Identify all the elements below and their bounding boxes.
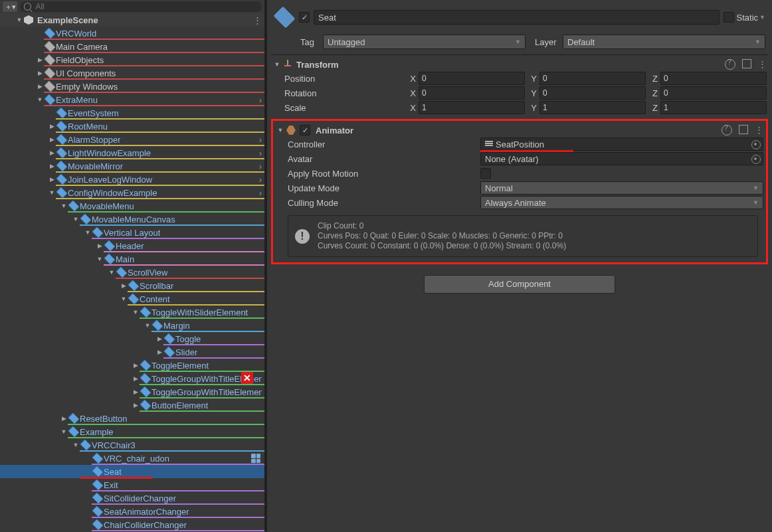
foldout-icon[interactable] (132, 362, 140, 369)
hierarchy-row[interactable]: VRCChair3 (0, 438, 264, 452)
gameobject-icon[interactable] (274, 7, 295, 28)
rotation-z-input[interactable] (660, 86, 767, 100)
hierarchy-row[interactable]: ToggleElement (0, 359, 264, 372)
foldout-icon[interactable] (96, 256, 104, 262)
hierarchy-row[interactable]: Scrollbar (0, 279, 264, 292)
component-context-icon[interactable]: ⋮ (755, 125, 763, 135)
animator-header[interactable]: Animator ⋮ (276, 124, 763, 137)
avatar-field[interactable]: None (Avatar) (480, 152, 763, 165)
rotation-y-input[interactable] (539, 86, 646, 100)
foldout-icon[interactable] (60, 415, 68, 422)
static-dropdown-arrow[interactable]: ▼ (759, 14, 765, 21)
rotation-x-input[interactable] (419, 86, 525, 100)
foldout-icon[interactable] (108, 269, 116, 276)
foldout-icon[interactable] (72, 442, 80, 448)
apply-root-motion-checkbox[interactable] (480, 168, 491, 179)
animator-enabled-checkbox[interactable] (300, 125, 310, 135)
hierarchy-row[interactable]: Toggle (0, 332, 264, 345)
hierarchy-row[interactable]: Margin (0, 319, 264, 332)
foldout-icon[interactable] (48, 136, 56, 143)
search-input[interactable] (34, 1, 262, 12)
static-checkbox[interactable] (724, 12, 734, 23)
scene-foldout[interactable] (16, 17, 23, 23)
hierarchy-row[interactable]: UI Components (0, 66, 264, 80)
foldout-icon[interactable] (155, 335, 163, 342)
foldout-icon[interactable] (36, 96, 44, 103)
foldout-icon[interactable] (36, 70, 44, 76)
hierarchy-row[interactable]: LightWindowExample› (0, 146, 264, 159)
hierarchy-row[interactable]: Slider (0, 345, 264, 359)
animator-foldout[interactable] (276, 127, 285, 133)
hierarchy-row[interactable]: VRC_chair_udon (0, 452, 264, 465)
hierarchy-row[interactable]: ExtraMenu› (0, 93, 264, 106)
object-picker-icon[interactable] (751, 140, 761, 149)
hierarchy-row[interactable]: MovableMenuCanvas (0, 213, 264, 226)
scale-y-input[interactable] (539, 101, 646, 114)
foldout-icon[interactable] (132, 375, 140, 382)
foldout-icon[interactable] (48, 163, 56, 169)
transform-foldout[interactable] (272, 61, 282, 68)
controller-field[interactable]: SeatPosition (480, 137, 763, 151)
foldout-icon[interactable] (48, 149, 56, 156)
tag-dropdown[interactable]: Untagged▼ (323, 35, 526, 49)
culling-mode-dropdown[interactable]: Always Animate▼ (480, 196, 763, 209)
scene-context-button[interactable]: ⋮ (252, 15, 262, 25)
hierarchy-row[interactable]: Example (0, 425, 264, 438)
hierarchy-row[interactable]: ConfigWindowExample› (0, 186, 264, 199)
active-checkbox[interactable] (299, 12, 310, 23)
foldout-icon[interactable] (132, 389, 140, 395)
open-prefab-chevron-icon[interactable]: › (252, 95, 262, 105)
position-x-input[interactable] (419, 72, 525, 85)
hierarchy-row[interactable]: VRCWorld (0, 27, 264, 40)
open-prefab-chevron-icon[interactable]: › (252, 135, 262, 145)
open-prefab-chevron-icon[interactable]: › (252, 161, 262, 171)
hierarchy-row[interactable]: Content (0, 292, 264, 306)
foldout-icon[interactable] (72, 216, 80, 222)
foldout-icon[interactable] (120, 282, 128, 289)
layer-dropdown[interactable]: Default▼ (563, 35, 765, 49)
hierarchy-row[interactable]: Vertical Layout (0, 226, 264, 239)
scale-x-input[interactable] (419, 101, 525, 114)
hierarchy-row[interactable]: ToggleWithSliderElement (0, 306, 264, 319)
hierarchy-row[interactable]: RootMenu (0, 120, 264, 133)
scene-header[interactable]: ExampleScene ⋮ (0, 13, 264, 27)
hierarchy-row[interactable]: AlarmStopper› (0, 133, 264, 146)
hierarchy-row[interactable]: ChairColliderChanger (0, 518, 264, 531)
hierarchy-row[interactable]: Empty Windows (0, 80, 264, 93)
component-context-icon[interactable]: ⋮ (758, 59, 767, 70)
search-field-wrap[interactable] (20, 1, 262, 12)
foldout-icon[interactable] (48, 123, 56, 130)
preset-icon[interactable] (742, 59, 751, 68)
hierarchy-row[interactable]: Exit (0, 478, 264, 491)
foldout-icon[interactable] (132, 402, 140, 408)
open-prefab-chevron-icon[interactable]: › (252, 175, 262, 185)
hierarchy-row[interactable]: SeatAnimatorChanger (0, 505, 264, 518)
open-prefab-chevron-icon[interactable]: › (252, 188, 262, 198)
hierarchy-row[interactable]: Main Camera (0, 40, 264, 53)
foldout-icon[interactable] (120, 296, 128, 302)
foldout-icon[interactable] (155, 349, 163, 355)
gameobject-name-input[interactable] (314, 10, 720, 25)
hierarchy-row[interactable]: MovableMenu (0, 199, 264, 213)
hierarchy-row[interactable]: EventSystem (0, 106, 264, 120)
hierarchy-row[interactable]: ToggleGroupWithTitleElement (0, 372, 264, 385)
foldout-icon[interactable] (60, 428, 68, 435)
hierarchy-row[interactable]: FieldObjects (0, 53, 264, 66)
foldout-icon[interactable] (48, 189, 56, 196)
foldout-icon[interactable] (60, 203, 68, 209)
hierarchy-row[interactable]: Seat (0, 465, 264, 478)
hierarchy-row[interactable]: ButtonElement (0, 399, 264, 412)
foldout-icon[interactable] (132, 309, 140, 315)
hierarchy-row[interactable]: Main (0, 252, 264, 266)
hierarchy-row[interactable]: ResetButton (0, 412, 264, 425)
hierarchy-row[interactable]: ScrollView (0, 266, 264, 279)
foldout-icon[interactable] (48, 176, 56, 183)
open-prefab-chevron-icon[interactable]: › (252, 148, 262, 158)
position-z-input[interactable] (660, 72, 767, 85)
transform-header[interactable]: Transform ⋮ (272, 58, 767, 71)
hierarchy-row[interactable]: ToggleGroupWithTitleElement (0, 385, 264, 399)
position-y-input[interactable] (539, 72, 646, 85)
foldout-icon[interactable] (36, 83, 44, 90)
hierarchy-row[interactable]: JoinLeaveLogWindow› (0, 173, 264, 186)
hierarchy-row[interactable]: MovableMirror› (0, 159, 264, 173)
